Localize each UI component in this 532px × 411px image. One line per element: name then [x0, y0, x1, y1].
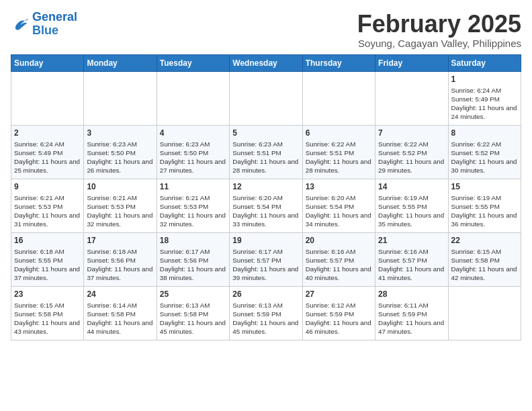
- calendar-cell: 23Sunrise: 6:15 AM Sunset: 5:58 PM Dayli…: [11, 286, 84, 340]
- day-info: Sunrise: 6:22 AM Sunset: 5:52 PM Dayligh…: [378, 140, 445, 175]
- day-info: Sunrise: 6:20 AM Sunset: 5:54 PM Dayligh…: [306, 193, 372, 229]
- calendar-cell: 1Sunrise: 6:24 AM Sunset: 5:49 PM Daylig…: [448, 71, 521, 125]
- day-number: 16: [14, 235, 81, 246]
- weekday-header-thursday: Thursday: [302, 54, 375, 71]
- day-number: 23: [14, 289, 81, 300]
- calendar-cell: 26Sunrise: 6:13 AM Sunset: 5:59 PM Dayli…: [230, 286, 302, 340]
- calendar-cell: 10Sunrise: 6:21 AM Sunset: 5:53 PM Dayli…: [84, 179, 157, 232]
- day-info: Sunrise: 6:15 AM Sunset: 5:58 PM Dayligh…: [14, 301, 81, 336]
- day-number: 27: [306, 289, 372, 300]
- calendar-cell: 22Sunrise: 6:15 AM Sunset: 5:58 PM Dayli…: [448, 232, 521, 286]
- day-number: 2: [14, 128, 81, 138]
- page-header: General Blue February 2025 Soyung, Cagay…: [11, 11, 521, 49]
- day-number: 10: [87, 181, 153, 192]
- title-block: February 2025 Soyung, Cagayan Valley, Ph…: [357, 11, 521, 49]
- logo: General Blue: [11, 11, 77, 38]
- month-title: February 2025: [357, 11, 521, 38]
- day-info: Sunrise: 6:13 AM Sunset: 5:59 PM Dayligh…: [232, 301, 299, 336]
- day-number: 20: [306, 235, 372, 246]
- calendar-cell: 12Sunrise: 6:20 AM Sunset: 5:54 PM Dayli…: [230, 179, 302, 232]
- day-info: Sunrise: 6:22 AM Sunset: 5:51 PM Dayligh…: [306, 140, 372, 175]
- weekday-header-tuesday: Tuesday: [157, 54, 229, 71]
- calendar-cell: 4Sunrise: 6:23 AM Sunset: 5:50 PM Daylig…: [157, 125, 229, 179]
- calendar-cell: 28Sunrise: 6:11 AM Sunset: 5:59 PM Dayli…: [375, 286, 448, 340]
- day-number: 22: [451, 235, 518, 246]
- day-info: Sunrise: 6:23 AM Sunset: 5:50 PM Dayligh…: [87, 140, 153, 175]
- weekday-header-sunday: Sunday: [11, 54, 84, 71]
- calendar-cell: 2Sunrise: 6:24 AM Sunset: 5:49 PM Daylig…: [11, 125, 84, 179]
- day-number: 7: [378, 128, 445, 138]
- calendar-week-row: 16Sunrise: 6:18 AM Sunset: 5:55 PM Dayli…: [11, 232, 521, 286]
- weekday-header-row: SundayMondayTuesdayWednesdayThursdayFrid…: [11, 54, 521, 71]
- calendar-cell: 6Sunrise: 6:22 AM Sunset: 5:51 PM Daylig…: [302, 125, 375, 179]
- day-number: 26: [232, 289, 299, 300]
- day-number: 12: [232, 181, 299, 192]
- calendar-cell: [84, 71, 157, 125]
- day-info: Sunrise: 6:18 AM Sunset: 5:56 PM Dayligh…: [87, 247, 153, 283]
- weekday-header-monday: Monday: [84, 54, 157, 71]
- calendar-cell: 14Sunrise: 6:19 AM Sunset: 5:55 PM Dayli…: [375, 179, 448, 232]
- day-info: Sunrise: 6:17 AM Sunset: 5:56 PM Dayligh…: [160, 247, 226, 283]
- calendar-cell: 25Sunrise: 6:13 AM Sunset: 5:58 PM Dayli…: [157, 286, 229, 340]
- day-info: Sunrise: 6:16 AM Sunset: 5:57 PM Dayligh…: [306, 247, 372, 283]
- day-number: 1: [451, 74, 518, 85]
- location-title: Soyung, Cagayan Valley, Philippines: [357, 38, 521, 49]
- day-info: Sunrise: 6:19 AM Sunset: 5:55 PM Dayligh…: [378, 193, 445, 229]
- day-info: Sunrise: 6:21 AM Sunset: 5:53 PM Dayligh…: [14, 193, 81, 229]
- calendar-week-row: 1Sunrise: 6:24 AM Sunset: 5:49 PM Daylig…: [11, 71, 521, 125]
- weekday-header-friday: Friday: [375, 54, 448, 71]
- calendar-week-row: 23Sunrise: 6:15 AM Sunset: 5:58 PM Dayli…: [11, 286, 521, 340]
- logo-icon: [11, 15, 30, 34]
- calendar-cell: [11, 71, 84, 125]
- weekday-header-wednesday: Wednesday: [230, 54, 302, 71]
- calendar-cell: [375, 71, 448, 125]
- calendar-cell: [157, 71, 229, 125]
- day-info: Sunrise: 6:21 AM Sunset: 5:53 PM Dayligh…: [87, 193, 153, 229]
- calendar-cell: [230, 71, 302, 125]
- calendar-cell: 17Sunrise: 6:18 AM Sunset: 5:56 PM Dayli…: [84, 232, 157, 286]
- calendar-cell: 13Sunrise: 6:20 AM Sunset: 5:54 PM Dayli…: [302, 179, 375, 232]
- day-number: 8: [451, 128, 518, 138]
- day-number: 11: [160, 181, 226, 192]
- calendar-cell: 5Sunrise: 6:23 AM Sunset: 5:51 PM Daylig…: [230, 125, 302, 179]
- calendar-cell: [448, 286, 521, 340]
- day-number: 3: [87, 128, 153, 138]
- day-info: Sunrise: 6:14 AM Sunset: 5:58 PM Dayligh…: [87, 301, 153, 336]
- day-info: Sunrise: 6:20 AM Sunset: 5:54 PM Dayligh…: [232, 193, 299, 229]
- day-number: 5: [232, 128, 299, 138]
- calendar-cell: 19Sunrise: 6:17 AM Sunset: 5:57 PM Dayli…: [230, 232, 302, 286]
- day-number: 21: [378, 235, 445, 246]
- calendar-week-row: 2Sunrise: 6:24 AM Sunset: 5:49 PM Daylig…: [11, 125, 521, 179]
- day-number: 14: [378, 181, 445, 192]
- day-number: 28: [378, 289, 445, 300]
- day-number: 17: [87, 235, 153, 246]
- day-number: 4: [160, 128, 226, 138]
- day-info: Sunrise: 6:16 AM Sunset: 5:57 PM Dayligh…: [378, 247, 445, 283]
- day-info: Sunrise: 6:11 AM Sunset: 5:59 PM Dayligh…: [378, 301, 445, 336]
- calendar-cell: [302, 71, 375, 125]
- calendar-cell: 24Sunrise: 6:14 AM Sunset: 5:58 PM Dayli…: [84, 286, 157, 340]
- day-number: 18: [160, 235, 226, 246]
- calendar-week-row: 9Sunrise: 6:21 AM Sunset: 5:53 PM Daylig…: [11, 179, 521, 232]
- calendar-cell: 8Sunrise: 6:22 AM Sunset: 5:52 PM Daylig…: [448, 125, 521, 179]
- day-info: Sunrise: 6:23 AM Sunset: 5:50 PM Dayligh…: [160, 140, 226, 175]
- day-number: 19: [232, 235, 299, 246]
- calendar-cell: 20Sunrise: 6:16 AM Sunset: 5:57 PM Dayli…: [302, 232, 375, 286]
- weekday-header-saturday: Saturday: [448, 54, 521, 71]
- calendar-cell: 27Sunrise: 6:12 AM Sunset: 5:59 PM Dayli…: [302, 286, 375, 340]
- calendar-cell: 21Sunrise: 6:16 AM Sunset: 5:57 PM Dayli…: [375, 232, 448, 286]
- logo-text: General Blue: [32, 11, 77, 38]
- day-number: 9: [14, 181, 81, 192]
- calendar-cell: 7Sunrise: 6:22 AM Sunset: 5:52 PM Daylig…: [375, 125, 448, 179]
- calendar-cell: 9Sunrise: 6:21 AM Sunset: 5:53 PM Daylig…: [11, 179, 84, 232]
- day-number: 15: [451, 181, 518, 192]
- calendar-cell: 18Sunrise: 6:17 AM Sunset: 5:56 PM Dayli…: [157, 232, 229, 286]
- day-info: Sunrise: 6:24 AM Sunset: 5:49 PM Dayligh…: [451, 86, 518, 122]
- calendar-cell: 11Sunrise: 6:21 AM Sunset: 5:53 PM Dayli…: [157, 179, 229, 232]
- day-info: Sunrise: 6:24 AM Sunset: 5:49 PM Dayligh…: [14, 140, 81, 175]
- calendar-cell: 16Sunrise: 6:18 AM Sunset: 5:55 PM Dayli…: [11, 232, 84, 286]
- day-number: 13: [306, 181, 372, 192]
- day-info: Sunrise: 6:15 AM Sunset: 5:58 PM Dayligh…: [451, 247, 518, 283]
- day-number: 24: [87, 289, 153, 300]
- day-info: Sunrise: 6:17 AM Sunset: 5:57 PM Dayligh…: [232, 247, 299, 283]
